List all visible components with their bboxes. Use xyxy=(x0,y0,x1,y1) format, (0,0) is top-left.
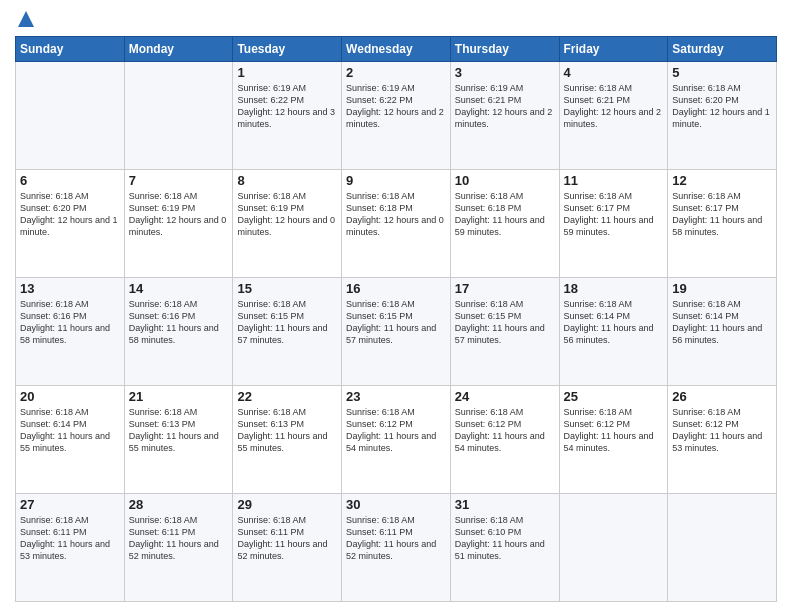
day-info: Sunrise: 6:18 AMSunset: 6:15 PMDaylight:… xyxy=(346,298,446,347)
day-info: Sunrise: 6:19 AMSunset: 6:22 PMDaylight:… xyxy=(346,82,446,131)
day-info: Sunrise: 6:18 AMSunset: 6:12 PMDaylight:… xyxy=(672,406,772,455)
day-number: 31 xyxy=(455,497,555,512)
calendar-cell: 5Sunrise: 6:18 AMSunset: 6:20 PMDaylight… xyxy=(668,62,777,170)
day-number: 22 xyxy=(237,389,337,404)
day-info: Sunrise: 6:18 AMSunset: 6:11 PMDaylight:… xyxy=(129,514,229,563)
day-number: 27 xyxy=(20,497,120,512)
header xyxy=(15,10,777,28)
day-info: Sunrise: 6:18 AMSunset: 6:21 PMDaylight:… xyxy=(564,82,664,131)
day-number: 17 xyxy=(455,281,555,296)
calendar-cell: 7Sunrise: 6:18 AMSunset: 6:19 PMDaylight… xyxy=(124,170,233,278)
day-info: Sunrise: 6:18 AMSunset: 6:17 PMDaylight:… xyxy=(564,190,664,239)
day-info: Sunrise: 6:18 AMSunset: 6:14 PMDaylight:… xyxy=(672,298,772,347)
day-info: Sunrise: 6:18 AMSunset: 6:20 PMDaylight:… xyxy=(20,190,120,239)
calendar-cell: 13Sunrise: 6:18 AMSunset: 6:16 PMDayligh… xyxy=(16,278,125,386)
day-number: 14 xyxy=(129,281,229,296)
calendar-cell: 31Sunrise: 6:18 AMSunset: 6:10 PMDayligh… xyxy=(450,494,559,602)
calendar-cell: 28Sunrise: 6:18 AMSunset: 6:11 PMDayligh… xyxy=(124,494,233,602)
calendar-cell: 2Sunrise: 6:19 AMSunset: 6:22 PMDaylight… xyxy=(342,62,451,170)
day-number: 3 xyxy=(455,65,555,80)
day-number: 6 xyxy=(20,173,120,188)
col-friday: Friday xyxy=(559,37,668,62)
day-number: 1 xyxy=(237,65,337,80)
calendar-cell: 29Sunrise: 6:18 AMSunset: 6:11 PMDayligh… xyxy=(233,494,342,602)
day-info: Sunrise: 6:18 AMSunset: 6:19 PMDaylight:… xyxy=(129,190,229,239)
calendar-cell: 10Sunrise: 6:18 AMSunset: 6:18 PMDayligh… xyxy=(450,170,559,278)
calendar-cell: 6Sunrise: 6:18 AMSunset: 6:20 PMDaylight… xyxy=(16,170,125,278)
calendar-cell: 24Sunrise: 6:18 AMSunset: 6:12 PMDayligh… xyxy=(450,386,559,494)
day-info: Sunrise: 6:18 AMSunset: 6:20 PMDaylight:… xyxy=(672,82,772,131)
day-info: Sunrise: 6:18 AMSunset: 6:10 PMDaylight:… xyxy=(455,514,555,563)
day-number: 23 xyxy=(346,389,446,404)
calendar: Sunday Monday Tuesday Wednesday Thursday… xyxy=(15,36,777,602)
day-number: 29 xyxy=(237,497,337,512)
calendar-cell: 21Sunrise: 6:18 AMSunset: 6:13 PMDayligh… xyxy=(124,386,233,494)
calendar-cell: 25Sunrise: 6:18 AMSunset: 6:12 PMDayligh… xyxy=(559,386,668,494)
day-number: 21 xyxy=(129,389,229,404)
day-info: Sunrise: 6:18 AMSunset: 6:16 PMDaylight:… xyxy=(129,298,229,347)
day-number: 16 xyxy=(346,281,446,296)
calendar-cell: 18Sunrise: 6:18 AMSunset: 6:14 PMDayligh… xyxy=(559,278,668,386)
calendar-cell: 16Sunrise: 6:18 AMSunset: 6:15 PMDayligh… xyxy=(342,278,451,386)
calendar-header: Sunday Monday Tuesday Wednesday Thursday… xyxy=(16,37,777,62)
col-monday: Monday xyxy=(124,37,233,62)
day-number: 5 xyxy=(672,65,772,80)
day-info: Sunrise: 6:18 AMSunset: 6:16 PMDaylight:… xyxy=(20,298,120,347)
day-info: Sunrise: 6:18 AMSunset: 6:12 PMDaylight:… xyxy=(455,406,555,455)
day-number: 15 xyxy=(237,281,337,296)
calendar-cell: 4Sunrise: 6:18 AMSunset: 6:21 PMDaylight… xyxy=(559,62,668,170)
day-number: 28 xyxy=(129,497,229,512)
calendar-table: Sunday Monday Tuesday Wednesday Thursday… xyxy=(15,36,777,602)
day-number: 2 xyxy=(346,65,446,80)
day-number: 8 xyxy=(237,173,337,188)
day-info: Sunrise: 6:18 AMSunset: 6:11 PMDaylight:… xyxy=(20,514,120,563)
calendar-cell: 9Sunrise: 6:18 AMSunset: 6:18 PMDaylight… xyxy=(342,170,451,278)
day-info: Sunrise: 6:18 AMSunset: 6:14 PMDaylight:… xyxy=(20,406,120,455)
day-info: Sunrise: 6:19 AMSunset: 6:21 PMDaylight:… xyxy=(455,82,555,131)
day-number: 20 xyxy=(20,389,120,404)
day-number: 26 xyxy=(672,389,772,404)
day-info: Sunrise: 6:18 AMSunset: 6:13 PMDaylight:… xyxy=(129,406,229,455)
calendar-cell: 20Sunrise: 6:18 AMSunset: 6:14 PMDayligh… xyxy=(16,386,125,494)
calendar-cell: 8Sunrise: 6:18 AMSunset: 6:19 PMDaylight… xyxy=(233,170,342,278)
day-info: Sunrise: 6:18 AMSunset: 6:15 PMDaylight:… xyxy=(237,298,337,347)
day-info: Sunrise: 6:18 AMSunset: 6:14 PMDaylight:… xyxy=(564,298,664,347)
calendar-cell xyxy=(668,494,777,602)
calendar-cell: 22Sunrise: 6:18 AMSunset: 6:13 PMDayligh… xyxy=(233,386,342,494)
day-number: 12 xyxy=(672,173,772,188)
calendar-cell xyxy=(559,494,668,602)
calendar-cell: 19Sunrise: 6:18 AMSunset: 6:14 PMDayligh… xyxy=(668,278,777,386)
day-number: 24 xyxy=(455,389,555,404)
calendar-cell: 23Sunrise: 6:18 AMSunset: 6:12 PMDayligh… xyxy=(342,386,451,494)
svg-marker-0 xyxy=(18,11,34,27)
day-info: Sunrise: 6:18 AMSunset: 6:19 PMDaylight:… xyxy=(237,190,337,239)
day-info: Sunrise: 6:18 AMSunset: 6:18 PMDaylight:… xyxy=(455,190,555,239)
calendar-cell: 12Sunrise: 6:18 AMSunset: 6:17 PMDayligh… xyxy=(668,170,777,278)
calendar-cell: 14Sunrise: 6:18 AMSunset: 6:16 PMDayligh… xyxy=(124,278,233,386)
calendar-cell: 15Sunrise: 6:18 AMSunset: 6:15 PMDayligh… xyxy=(233,278,342,386)
day-info: Sunrise: 6:18 AMSunset: 6:11 PMDaylight:… xyxy=(237,514,337,563)
calendar-cell xyxy=(16,62,125,170)
day-info: Sunrise: 6:18 AMSunset: 6:17 PMDaylight:… xyxy=(672,190,772,239)
day-info: Sunrise: 6:19 AMSunset: 6:22 PMDaylight:… xyxy=(237,82,337,131)
col-saturday: Saturday xyxy=(668,37,777,62)
day-info: Sunrise: 6:18 AMSunset: 6:12 PMDaylight:… xyxy=(346,406,446,455)
day-number: 13 xyxy=(20,281,120,296)
calendar-body: 1Sunrise: 6:19 AMSunset: 6:22 PMDaylight… xyxy=(16,62,777,602)
calendar-cell xyxy=(124,62,233,170)
day-number: 11 xyxy=(564,173,664,188)
calendar-cell: 3Sunrise: 6:19 AMSunset: 6:21 PMDaylight… xyxy=(450,62,559,170)
day-number: 25 xyxy=(564,389,664,404)
calendar-cell: 27Sunrise: 6:18 AMSunset: 6:11 PMDayligh… xyxy=(16,494,125,602)
day-number: 18 xyxy=(564,281,664,296)
calendar-cell: 17Sunrise: 6:18 AMSunset: 6:15 PMDayligh… xyxy=(450,278,559,386)
day-info: Sunrise: 6:18 AMSunset: 6:13 PMDaylight:… xyxy=(237,406,337,455)
calendar-cell: 1Sunrise: 6:19 AMSunset: 6:22 PMDaylight… xyxy=(233,62,342,170)
day-info: Sunrise: 6:18 AMSunset: 6:12 PMDaylight:… xyxy=(564,406,664,455)
calendar-cell: 11Sunrise: 6:18 AMSunset: 6:17 PMDayligh… xyxy=(559,170,668,278)
col-thursday: Thursday xyxy=(450,37,559,62)
day-number: 10 xyxy=(455,173,555,188)
day-number: 30 xyxy=(346,497,446,512)
day-info: Sunrise: 6:18 AMSunset: 6:11 PMDaylight:… xyxy=(346,514,446,563)
page: Sunday Monday Tuesday Wednesday Thursday… xyxy=(0,0,792,612)
